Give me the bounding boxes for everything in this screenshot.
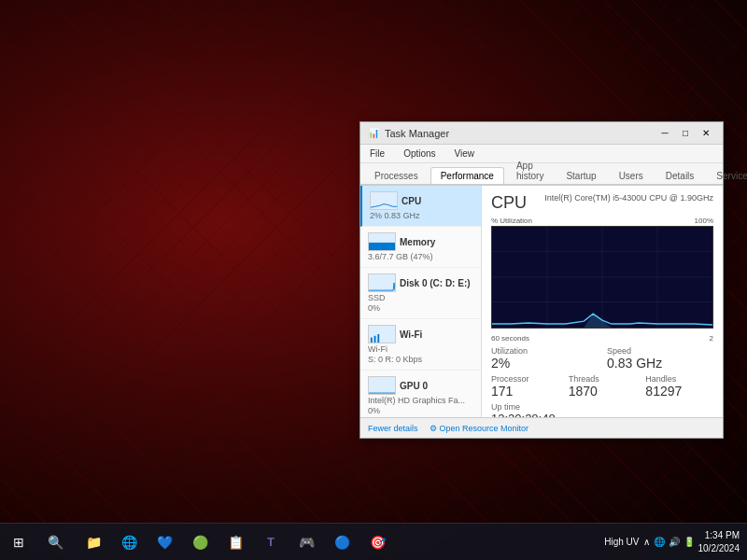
tab-startup[interactable]: Startup bbox=[556, 167, 606, 184]
close-button[interactable]: ✕ bbox=[697, 126, 715, 141]
resource-monitor-icon: ⚙ bbox=[430, 424, 437, 433]
notepad-icon: 📋 bbox=[228, 535, 244, 550]
fewer-details-link[interactable]: Fewer details bbox=[368, 424, 418, 433]
clock-date: 10/2/2024 bbox=[698, 542, 740, 555]
content-header: CPU Intel(R) Core(TM) i5-4300U CPU @ 1.9… bbox=[491, 193, 713, 213]
cpu-mini-graph bbox=[370, 191, 398, 210]
utilization-range: 100% bbox=[695, 217, 713, 225]
speed-block: Speed 0.83 GHz bbox=[607, 346, 713, 371]
game-icon: 🎮 bbox=[299, 535, 315, 550]
open-resource-monitor-link[interactable]: ⚙ Open Resource Monitor bbox=[430, 424, 529, 433]
menu-options[interactable]: Options bbox=[400, 147, 439, 161]
utilization-label: % Utilization bbox=[491, 217, 532, 225]
processor-stat-value: 171 bbox=[491, 384, 559, 399]
speaker-icon: 🔊 bbox=[669, 537, 680, 547]
cpu-processor-name: Intel(R) Core(TM) i5-4300U CPU @ 1.90GHz bbox=[544, 193, 713, 204]
svg-rect-7 bbox=[377, 334, 379, 343]
uptime-block: Up time 13:20:28:48 bbox=[491, 402, 713, 417]
tm-body: CPU 2% 0.83 GHz Memory 3.6/7.7 GB (47%) bbox=[360, 186, 723, 417]
wifi-mini-graph bbox=[368, 325, 396, 343]
utilization-block: Utilization 2% bbox=[491, 346, 598, 371]
window-controls: ─ □ ✕ bbox=[655, 126, 715, 141]
gpu-pct: 0% bbox=[368, 406, 473, 415]
tab-details[interactable]: Details bbox=[655, 167, 705, 184]
menu-file[interactable]: File bbox=[366, 147, 388, 161]
windows-icon: ⊞ bbox=[13, 535, 24, 550]
gpu-name: Intel(R) HD Graphics Fa... bbox=[368, 396, 473, 405]
taskmanager-icon: 📊 bbox=[368, 128, 379, 138]
processor-stat-label: Processor bbox=[491, 374, 559, 384]
svg-rect-8 bbox=[369, 377, 395, 394]
memory-detail: 3.6/7.7 GB (47%) bbox=[368, 252, 473, 261]
util-stat-value: 2% bbox=[491, 356, 598, 371]
util-stat-label: Utilization bbox=[491, 346, 598, 356]
cpu-utilization-graph bbox=[491, 226, 713, 329]
processor-block: Processor 171 bbox=[491, 374, 559, 399]
tab-services[interactable]: Services bbox=[706, 167, 747, 184]
taskbar-edge[interactable]: 🌐 bbox=[112, 525, 146, 560]
search-button[interactable]: 🔍 bbox=[37, 524, 73, 561]
gpu-label: GPU 0 bbox=[400, 381, 428, 391]
taskbar-app-t[interactable]: T bbox=[254, 525, 288, 560]
tray-chevron[interactable]: ∧ bbox=[643, 537, 650, 547]
cpu-detail: 2% 0.83 GHz bbox=[370, 211, 473, 220]
handles-stat-value: 81297 bbox=[645, 384, 713, 399]
taskbar-notepad[interactable]: 📋 bbox=[218, 525, 252, 560]
graph-top-labels: % Utilization 100% bbox=[491, 217, 713, 225]
sidebar-item-memory[interactable]: Memory 3.6/7.7 GB (47%) bbox=[360, 227, 481, 268]
svg-rect-6 bbox=[374, 336, 376, 343]
system-tray: High UV ∧ 🌐 🔊 🔋 1:34 PM 10/2/2024 bbox=[604, 529, 747, 555]
handles-block: Handles 81297 bbox=[645, 374, 713, 399]
wifi-header: Wi-Fi bbox=[368, 325, 473, 343]
vscode-icon: 💙 bbox=[157, 535, 173, 550]
titlebar: 📊 Task Manager ─ □ ✕ bbox=[360, 122, 723, 145]
sidebar-item-gpu[interactable]: GPU 0 Intel(R) HD Graphics Fa... 0% bbox=[360, 371, 481, 417]
taskbar-app-target[interactable]: 🎯 bbox=[360, 525, 394, 560]
cpu-content-area: CPU Intel(R) Core(TM) i5-4300U CPU @ 1.9… bbox=[482, 186, 723, 417]
network-icon: 🌐 bbox=[654, 537, 665, 547]
sidebar-item-disk[interactable]: Disk 0 (C: D: E:) SSD 0% bbox=[360, 268, 481, 319]
taskbar: ⊞ 🔍 📁 🌐 💙 🟢 📋 T 🎮 🔵 🎯 bbox=[0, 523, 747, 560]
cpu-header: CPU bbox=[370, 191, 473, 210]
disk-header: Disk 0 (C: D: E:) bbox=[368, 273, 473, 292]
sidebar-item-cpu[interactable]: CPU 2% 0.83 GHz bbox=[360, 186, 481, 227]
svg-rect-3 bbox=[369, 274, 395, 291]
wifi-speed: S: 0 R: 0 Kbps bbox=[368, 355, 473, 364]
wifi-type: Wi-Fi bbox=[368, 344, 473, 354]
cpu-title: CPU bbox=[491, 193, 527, 213]
performance-sidebar: CPU 2% 0.83 GHz Memory 3.6/7.7 GB (47%) bbox=[360, 186, 482, 417]
tab-users[interactable]: Users bbox=[609, 167, 654, 184]
taskbar-file-explorer[interactable]: 📁 bbox=[77, 525, 110, 560]
graph-bottom-labels: 60 seconds 2 bbox=[491, 334, 713, 343]
edge-icon: 🌐 bbox=[121, 535, 137, 550]
start-button[interactable]: ⊞ bbox=[0, 524, 37, 561]
tray-clock[interactable]: 1:34 PM 10/2/2024 bbox=[698, 529, 740, 555]
threads-stat-value: 1870 bbox=[569, 384, 637, 399]
speed-stat-value: 0.83 GHz bbox=[607, 356, 713, 371]
tm-footer: Fewer details ⚙ Open Resource Monitor bbox=[360, 417, 723, 438]
tab-performance[interactable]: Performance bbox=[430, 167, 504, 184]
tab-app-history[interactable]: App history bbox=[506, 157, 554, 184]
clock-time: 1:34 PM bbox=[698, 529, 740, 542]
disk-pct: 0% bbox=[368, 303, 473, 313]
cpu-label: CPU bbox=[402, 196, 421, 206]
file-explorer-icon: 📁 bbox=[86, 535, 102, 550]
memory-mini-graph bbox=[368, 232, 396, 251]
svg-rect-5 bbox=[371, 338, 373, 343]
tab-bar: Processes Performance App history Startu… bbox=[360, 163, 723, 186]
threads-block: Threads 1870 bbox=[569, 374, 637, 399]
green-app-icon: 🟢 bbox=[192, 535, 208, 550]
menu-view[interactable]: View bbox=[451, 147, 479, 161]
taskbar-pinned-apps: 📁 🌐 💙 🟢 📋 T 🎮 🔵 🎯 bbox=[73, 525, 398, 560]
handles-stat-label: Handles bbox=[645, 374, 713, 384]
taskbar-app-green[interactable]: 🟢 bbox=[183, 525, 217, 560]
minimize-button[interactable]: ─ bbox=[655, 126, 674, 141]
taskbar-vscode[interactable]: 💙 bbox=[148, 525, 181, 560]
taskbar-app-blue[interactable]: 🔵 bbox=[325, 525, 359, 560]
taskbar-app-game[interactable]: 🎮 bbox=[289, 525, 323, 560]
tab-processes[interactable]: Processes bbox=[364, 167, 429, 184]
svg-rect-4 bbox=[369, 326, 395, 343]
maximize-button[interactable]: □ bbox=[676, 126, 695, 141]
sidebar-item-wifi[interactable]: Wi-Fi Wi-Fi S: 0 R: 0 Kbps bbox=[360, 319, 481, 371]
pth-stats-row: Processor 171 Threads 1870 Handles 81297 bbox=[491, 374, 713, 399]
